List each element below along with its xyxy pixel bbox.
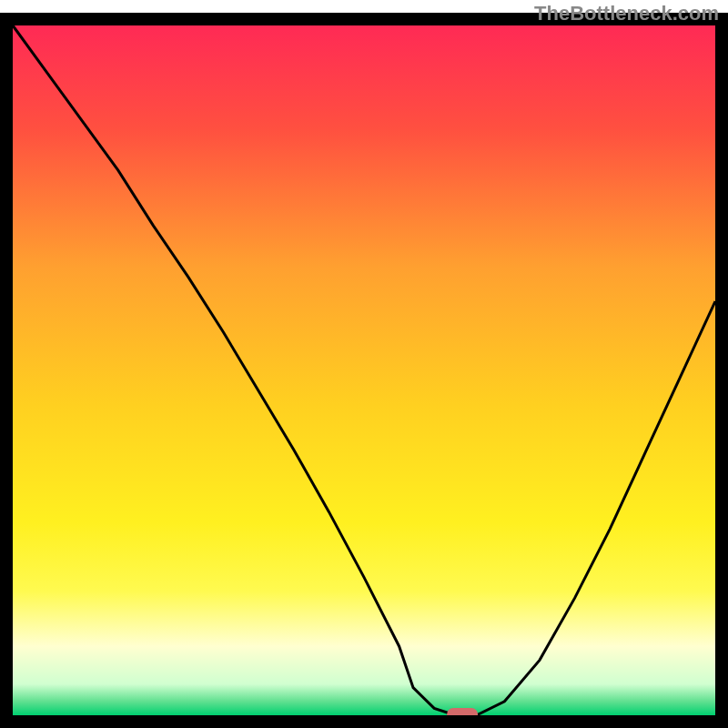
chart-svg: [0, 0, 728, 728]
plot-background: [13, 25, 715, 715]
bottleneck-chart: TheBottleneck.com: [0, 0, 728, 728]
watermark-text: TheBottleneck.com: [534, 2, 719, 25]
